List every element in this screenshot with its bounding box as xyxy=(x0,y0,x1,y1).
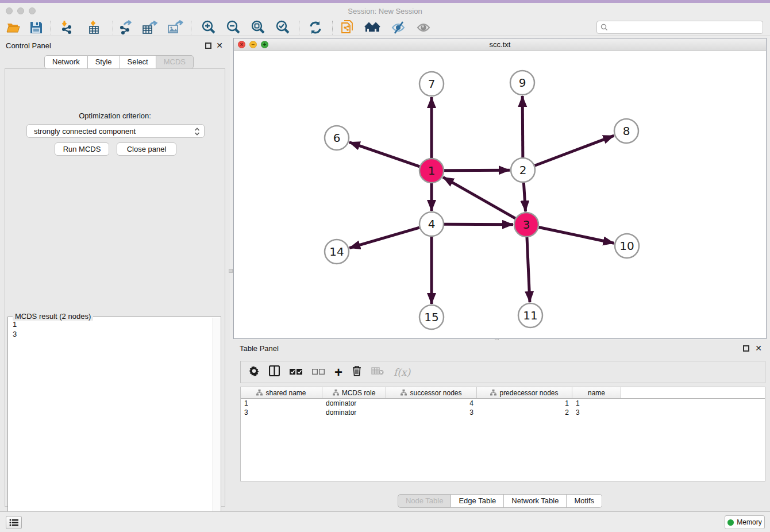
mcds-result-text[interactable]: 1 3 xyxy=(9,319,211,532)
graph-edge-2-8[interactable] xyxy=(535,136,614,165)
graph-edge-2-9[interactable] xyxy=(522,96,523,157)
svg-text:3: 3 xyxy=(523,218,530,232)
graph-edge-1-6[interactable] xyxy=(349,142,419,167)
table-cell[interactable]: 1 xyxy=(572,399,621,408)
export-table-icon[interactable] xyxy=(141,20,159,36)
tab-mcds[interactable]: MCDS xyxy=(156,55,194,69)
column-header-shared-name[interactable]: shared name xyxy=(241,387,322,398)
close-panel-icon[interactable]: ✕ xyxy=(216,41,223,49)
run-mcds-button[interactable]: Run MCDS xyxy=(55,142,109,156)
graph-edge-3-1[interactable] xyxy=(443,177,515,218)
column-header-predecessor-nodes[interactable]: predecessor nodes xyxy=(477,387,572,398)
graph-node-3[interactable]: 3 xyxy=(514,213,538,237)
svg-text:10: 10 xyxy=(619,239,634,253)
vertical-splitter-handle[interactable] xyxy=(229,269,233,273)
svg-text:8: 8 xyxy=(623,124,630,138)
tab-edge-table[interactable]: Edge Table xyxy=(451,494,504,508)
svg-text:9: 9 xyxy=(519,76,526,90)
table-cell[interactable]: 4 xyxy=(386,399,477,408)
table-cell[interactable]: 1 xyxy=(241,399,322,408)
svg-text:6: 6 xyxy=(333,131,341,145)
import-network-icon[interactable] xyxy=(59,20,76,36)
optimization-criterion-select[interactable]: strongly connected component xyxy=(26,124,205,138)
mcds-result-group: MCDS result (2 nodes) 1 3 xyxy=(7,317,221,532)
search-icon xyxy=(600,24,608,31)
open-session-icon[interactable] xyxy=(5,20,22,36)
refresh-icon[interactable] xyxy=(307,20,324,36)
tab-style[interactable]: Style xyxy=(88,55,120,69)
hierarchy-icon xyxy=(256,390,263,396)
float-table-panel-icon[interactable] xyxy=(743,345,749,352)
import-table-icon[interactable] xyxy=(86,20,103,36)
show-all-networks-icon[interactable] xyxy=(364,20,382,36)
window-title: Session: New Session xyxy=(0,7,770,16)
table-row[interactable]: 3dominator323 xyxy=(241,408,765,417)
graph-edge-1-2[interactable] xyxy=(444,170,510,171)
zoom-fit-icon[interactable] xyxy=(249,20,267,36)
search-input[interactable] xyxy=(611,24,759,32)
table-settings-gear-icon[interactable] xyxy=(249,366,259,379)
zoom-selected-icon[interactable] xyxy=(274,20,291,36)
graph-edge-3-10[interactable] xyxy=(539,228,614,244)
table-cell[interactable]: 3 xyxy=(241,408,322,417)
export-image-icon[interactable] xyxy=(167,20,184,36)
graph-node-14[interactable]: 14 xyxy=(325,240,349,264)
table-row[interactable]: 1dominator411 xyxy=(241,399,765,408)
show-selection-icon[interactable] xyxy=(415,20,432,36)
delete-row-trash-icon[interactable] xyxy=(352,365,361,379)
zoom-out-icon[interactable] xyxy=(225,20,242,36)
table-cell[interactable]: 3 xyxy=(386,408,477,417)
control-panel-header: Control Panel ✕ xyxy=(0,40,230,52)
hide-selection-icon[interactable] xyxy=(390,20,407,36)
table-cell[interactable]: 2 xyxy=(477,408,572,417)
table-header-row: shared nameMCDS rolesuccessor nodesprede… xyxy=(241,387,765,399)
graph-node-6[interactable]: 6 xyxy=(325,126,349,150)
column-header-MCDS-role[interactable]: MCDS role xyxy=(322,387,386,398)
float-panel-icon[interactable] xyxy=(205,43,211,49)
zoom-in-icon[interactable] xyxy=(200,20,217,36)
table-cell[interactable]: dominator xyxy=(322,399,386,408)
search-field[interactable] xyxy=(596,21,763,34)
close-panel-button[interactable]: Close panel xyxy=(117,142,176,156)
close-table-panel-icon[interactable]: ✕ xyxy=(755,344,762,352)
graph-node-10[interactable]: 10 xyxy=(615,234,639,258)
hierarchy-icon xyxy=(490,390,496,396)
memory-button[interactable]: Memory xyxy=(725,515,765,529)
graph-node-1[interactable]: 1 xyxy=(419,159,444,183)
list-icon xyxy=(9,519,18,526)
select-all-icon[interactable] xyxy=(290,367,302,377)
select-stepper-icon xyxy=(194,127,200,138)
column-header-name[interactable]: name xyxy=(572,387,621,398)
task-history-button[interactable] xyxy=(6,516,22,529)
clone-network-icon[interactable] xyxy=(339,20,356,36)
table-cell[interactable]: 1 xyxy=(477,399,572,408)
node-table[interactable]: shared nameMCDS rolesuccessor nodesprede… xyxy=(240,387,765,481)
column-header-successor-nodes[interactable]: successor nodes xyxy=(386,387,477,398)
deselect-all-icon[interactable] xyxy=(312,367,325,377)
control-panel: Control Panel ✕ NetworkStyleSelectMCDS O… xyxy=(0,36,230,511)
export-network-icon[interactable] xyxy=(117,20,134,36)
graph-node-7[interactable]: 7 xyxy=(419,72,444,96)
tab-select[interactable]: Select xyxy=(120,55,156,69)
tab-network-table[interactable]: Network Table xyxy=(504,494,567,508)
graph-edge-2-3[interactable] xyxy=(523,183,525,211)
network-canvas[interactable]: 7968124314101511 xyxy=(234,51,766,338)
graph-edge-3-11[interactable] xyxy=(527,237,530,302)
add-column-icon[interactable]: + xyxy=(334,367,342,377)
graph-node-8[interactable]: 8 xyxy=(614,119,638,143)
graph-node-2[interactable]: 2 xyxy=(511,158,535,182)
column-panel-icon[interactable] xyxy=(269,365,280,379)
result-scrollbar[interactable] xyxy=(213,318,220,532)
tab-node-table[interactable]: Node Table xyxy=(398,494,452,508)
tab-motifs[interactable]: Motifs xyxy=(567,494,602,508)
tab-network[interactable]: Network xyxy=(44,55,88,69)
table-cell[interactable]: 3 xyxy=(572,408,621,417)
table-cell[interactable]: dominator xyxy=(322,408,386,417)
graph-node-11[interactable]: 11 xyxy=(518,303,542,327)
graph-edge-4-14[interactable] xyxy=(349,228,419,248)
graph-node-15[interactable]: 15 xyxy=(419,305,444,329)
graph-node-4[interactable]: 4 xyxy=(419,212,444,236)
graph-edge-4-3[interactable] xyxy=(444,224,513,225)
graph-node-9[interactable]: 9 xyxy=(510,71,534,95)
save-session-icon[interactable] xyxy=(28,20,45,36)
